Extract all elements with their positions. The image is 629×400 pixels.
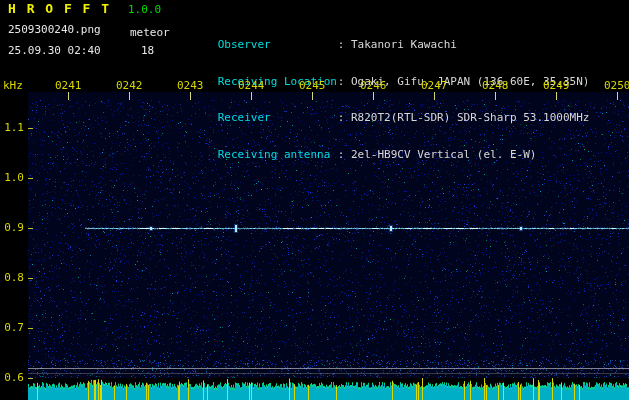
info-label: Receiver xyxy=(218,112,338,124)
x-tick-label: 0243 xyxy=(177,80,204,92)
app-title: H R O F F T xyxy=(8,3,111,15)
datetime-label: 25.09.30 02:40 xyxy=(8,45,101,57)
info-row-antenna: Receiving antenna: 2el-HB9CV Vertical (e… xyxy=(178,137,589,150)
y-tick-label: 0.7 xyxy=(4,322,24,334)
x-tick-label: 0249 xyxy=(543,80,570,92)
x-tick-label: 0244 xyxy=(238,80,265,92)
info-value: : R820T2(RTL-SDR) SDR-Sharp 53.1000MHz xyxy=(338,111,590,124)
y-tick-label: 0.6 xyxy=(4,372,24,384)
info-label: Receiving antenna xyxy=(218,149,338,161)
y-tick-label: 1.1 xyxy=(4,122,24,134)
x-tick-label: 0245 xyxy=(299,80,326,92)
echo-count-label: 18 xyxy=(141,45,154,57)
y-tick-label: 0.8 xyxy=(4,272,24,284)
info-row-observer: Observer: Takanori Kawachi xyxy=(178,27,589,40)
x-tick-label: 0250 xyxy=(604,80,629,92)
info-row-receiver: Receiver: R820T2(RTL-SDR) SDR-Sharp 53.1… xyxy=(178,100,589,113)
y-tick-label: 0.9 xyxy=(4,222,24,234)
hrofft-image: H R O F F T 1.0.0 2509300240.png meteor … xyxy=(0,0,629,400)
x-tick-label: 0248 xyxy=(482,80,509,92)
info-label: Observer xyxy=(218,39,338,51)
version-label: 1.0.0 xyxy=(128,4,161,16)
info-value: : 2el-HB9CV Vertical (el. E-W) xyxy=(338,148,537,161)
info-value: : Takanori Kawachi xyxy=(338,38,457,51)
x-tick-label: 0241 xyxy=(55,80,82,92)
mode-label: meteor xyxy=(130,27,170,39)
y-tick-label: 1.0 xyxy=(4,172,24,184)
y-axis-unit-label: kHz xyxy=(3,80,23,92)
filename-label: 2509300240.png xyxy=(8,24,101,36)
x-tick-label: 0242 xyxy=(116,80,143,92)
info-row-location: Receiving Location: Ogaki, Gifu, JAPAN (… xyxy=(178,64,589,77)
x-tick-label: 0246 xyxy=(360,80,387,92)
x-tick-label: 0247 xyxy=(421,80,448,92)
